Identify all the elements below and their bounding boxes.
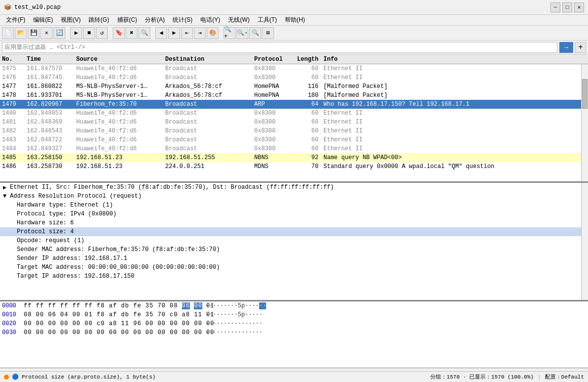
title-bar-controls[interactable]: ─ □ ✕ [550,2,584,12]
detail-line[interactable]: Hardware size: 6 [0,218,588,227]
menu-view[interactable]: 视图(V) [57,15,85,25]
hex-highlighted-byte: 00 [194,302,202,309]
title-bar-left: 📦 test_wl0.pcap [4,3,61,11]
menu-file[interactable]: 文件(F) [2,15,29,25]
col-header-no[interactable]: No. [0,56,25,63]
detail-line[interactable]: Hardware type: Ethernet (1) [0,201,588,210]
table-row[interactable]: 1485 163.258150 192.168.51.23 192.168.51… [0,153,588,162]
tb-zoom-out[interactable]: 🔍- [236,27,248,39]
table-row[interactable]: 1478 161.933701 MS-NLB-PhysServer-1… Ark… [0,91,588,100]
detail-line[interactable]: Protocol type: IPv4 (0x0800) [0,210,588,218]
hex-highlighted-ascii: ·· [259,302,266,309]
table-row[interactable]: 1484 162.849327 HuaweiTe_40:f2:d6 Broadc… [0,144,588,153]
tb-open[interactable]: 📂 [15,27,27,39]
col-header-info[interactable]: Info [321,56,588,63]
table-row[interactable]: 1481 162.848369 HuaweiTe_40:f2:d6 Broadc… [0,118,588,127]
menu-wireless[interactable]: 无线(W) [224,15,253,25]
packet-list-header: No. Time Source Destination Protocol Len… [0,54,588,64]
title-bar: 📦 test_wl0.pcap ─ □ ✕ [0,0,588,15]
detail-line[interactable]: Sender IP address: 192.168.17.1 [0,254,588,263]
toolbar: 📄 📂 💾 ✕ 🔄 ▶ ■ ↺ 🔖 ✖ 🔍 ◀ ▶ ⇤ ⇥ 🎨 🔍+ 🔍- 🔍 … [0,26,588,41]
hex-line: 001008 00 06 04 00 01 f8 af db fe 35 70 … [0,310,588,319]
table-row[interactable]: 1482 162.848543 HuaweiTe_40:f2:d6 Broadc… [0,127,588,135]
hex-bytes: 08 00 06 04 00 01 f8 af db fe 35 70 c0 a… [24,311,202,318]
tb-goto-next[interactable]: ▶ [168,27,180,39]
maximize-button[interactable]: □ [562,2,572,12]
filter-apply-button[interactable]: → [559,42,573,53]
hex-offset: 0030 [2,329,24,336]
status-right: 分组：1570 · 已显示：1570 (100.0%) | 配置：Default [430,373,584,381]
detail-scrollbar[interactable] [581,183,588,300]
hex-offset: 0000 [2,302,24,309]
detail-line[interactable]: ▶Ethernet II, Src: Fiberhom_fe:35:70 (f8… [0,183,588,192]
tb-zoom-in[interactable]: 🔍+ [224,27,235,39]
status-indicator [4,375,9,380]
table-row[interactable]: 1475 161.847570 HuaweiTe_40:f2:d6 Broadc… [0,64,588,73]
menu-stats[interactable]: 统计(S) [169,15,196,25]
tb-capture-restart[interactable]: ↺ [96,27,108,39]
close-button[interactable]: ✕ [574,2,584,12]
hex-bytes: 00 00 00 00 00 00 00 00 00 00 00 00 00 0… [24,329,202,336]
menu-capture[interactable]: 捕获(C) [113,15,141,25]
hex-highlighted-byte: 06 [182,302,190,309]
hex-offset: 0010 [2,311,24,318]
menu-goto[interactable]: 跳转(G) [85,15,113,25]
col-header-length[interactable]: Length [292,56,321,63]
detail-line[interactable]: ▼Address Resolution Protocol (request) [0,192,588,201]
packet-list-scrollbar[interactable] [581,64,588,181]
hex-bytes: ff ff ff ff ff ff f8 af db fe 35 70 08 0… [24,302,202,309]
detail-line[interactable]: Protocol size: 4 [0,227,588,236]
tb-capture-start[interactable]: ▶ [70,27,82,39]
tb-close[interactable]: ✕ [41,27,52,39]
hex-line: 0000ff ff ff ff ff ff f8 af db fe 35 70 … [0,301,588,310]
tb-goto-prev[interactable]: ◀ [155,27,167,39]
detail-toggle-icon: ▶ [3,184,10,191]
col-header-destination[interactable]: Destination [163,56,252,63]
detail-line[interactable]: Opcode: request (1) [0,236,588,245]
status-packet-count: 分组：1570 · 已显示：1570 (100.0%) [430,373,534,381]
tb-resize-columns[interactable]: ⊞ [262,27,274,39]
table-row[interactable]: 1483 162.848722 HuaweiTe_40:f2:d6 Broadc… [0,135,588,144]
status-filter-icon: 🔵 [12,374,19,380]
menu-tools[interactable]: 工具(T) [254,15,281,25]
table-row[interactable]: 1479 162.820967 Fiberhom_fe:35:70 Broadc… [0,100,588,109]
tb-reload[interactable]: 🔄 [53,27,65,39]
table-row[interactable]: 1476 161.847745 HuaweiTe_40:f2:d6 Broadc… [0,73,588,82]
detail-line[interactable]: Target MAC address: 00:00:00_00:00:00 (0… [0,263,588,272]
tb-goto-last[interactable]: ⇥ [194,27,206,39]
tb-colorize[interactable]: 🎨 [207,27,219,39]
packet-detail-panel: ▶Ethernet II, Src: Fiberhom_fe:35:70 (f8… [0,183,588,301]
detail-line[interactable]: Target IP address: 192.168.17.150 [0,272,588,281]
tb-capture-stop[interactable]: ■ [83,27,95,39]
detail-toggle-icon: ▼ [3,193,10,200]
menu-analyze[interactable]: 分析(A) [141,15,169,25]
tb-goto-first[interactable]: ⇤ [181,27,193,39]
col-header-protocol[interactable]: Protocol [252,56,292,63]
col-header-time[interactable]: Time [25,56,74,63]
status-sep: | [538,374,541,380]
tb-new[interactable]: 📄 [2,27,14,39]
table-row[interactable]: 1480 162.848053 HuaweiTe_40:f2:d6 Broadc… [0,109,588,118]
window-title: test_wl0.pcap [14,4,61,11]
status-profile: 配置：Default [545,373,584,381]
status-bar: 🔵 Protocol size (arp.proto.size), 1 byte… [0,371,588,382]
filter-add-button[interactable]: + [575,42,586,53]
menu-help[interactable]: 帮助(H) [281,15,309,25]
hex-lines-container: 0000ff ff ff ff ff ff f8 af db fe 35 70 … [0,301,588,337]
tb-search[interactable]: 🔍 [138,27,150,39]
tb-save[interactable]: 💾 [28,27,40,39]
menu-phone[interactable]: 电话(Y) [196,15,224,25]
display-filter-input[interactable] [2,42,557,53]
tb-zoom-reset[interactable]: 🔍 [249,27,261,39]
detail-line[interactable]: Sender MAC address: Fiberhom_fe:35:70 (f… [0,245,588,254]
tb-filter-bookmark[interactable]: 🔖 [113,27,125,39]
packet-list-scroll-thumb[interactable] [582,79,588,109]
app-icon: 📦 [4,3,11,11]
minimize-button[interactable]: ─ [550,2,560,12]
tb-filter-clear[interactable]: ✖ [126,27,137,39]
table-row[interactable]: 1477 161.860822 MS-NLB-PhysServer-1… Ark… [0,82,588,91]
hex-ascii: ················ [206,329,263,336]
table-row[interactable]: 1486 163.258730 192.168.51.23 224.0.0.25… [0,162,588,171]
col-header-source[interactable]: Source [74,56,163,63]
menu-edit[interactable]: 编辑(E) [29,15,57,25]
